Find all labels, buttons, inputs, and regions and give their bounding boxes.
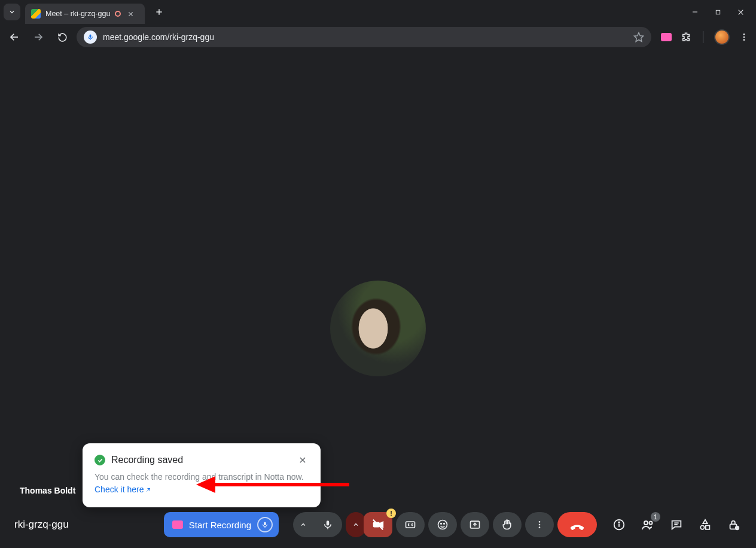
svg-point-14	[743, 36, 745, 38]
svg-point-40	[650, 522, 653, 525]
bookmark-star-button[interactable]	[633, 32, 644, 42]
hangup-icon	[569, 516, 586, 533]
nav-back-button[interactable]	[5, 28, 24, 47]
address-bar[interactable]: meet.google.com/rki-grzq-ggu	[77, 27, 651, 47]
host-controls-button[interactable]	[726, 517, 742, 532]
arrow-right-icon	[33, 32, 44, 42]
close-icon	[127, 11, 134, 17]
emoji-icon	[437, 519, 449, 531]
chat-panel-button[interactable]	[669, 517, 684, 532]
svg-rect-5	[716, 10, 720, 14]
meet-viewport: Thomas Boldt Recording saved You can che…	[0, 50, 756, 548]
tab-title: Meet – rki-grzq-ggu	[45, 10, 110, 18]
browser-titlebar: Meet – rki-grzq-ggu	[0, 0, 756, 24]
notta-extension-icon[interactable]	[661, 33, 672, 41]
browser-toolbar: meet.google.com/rki-grzq-ggu	[0, 24, 756, 50]
svg-marker-43	[703, 520, 707, 523]
chevron-up-icon	[352, 521, 359, 528]
star-icon	[633, 32, 644, 42]
chevron-down-icon	[8, 8, 16, 16]
reactions-button[interactable]	[428, 512, 457, 537]
toast-link[interactable]: Check it here	[94, 485, 152, 494]
video-options-button[interactable]	[346, 512, 366, 537]
svg-point-13	[743, 34, 745, 35]
new-tab-button[interactable]	[151, 4, 167, 20]
svg-point-39	[644, 521, 648, 525]
tab-close-button[interactable]	[126, 9, 135, 19]
window-close-button[interactable]	[736, 7, 745, 17]
svg-point-38	[618, 522, 620, 523]
participant-name-label: Thomas Boldt	[20, 486, 75, 495]
camera-alert-badge: !	[386, 509, 396, 518]
svg-marker-12	[635, 33, 644, 42]
microphone-control	[293, 512, 342, 537]
shapes-icon	[699, 518, 712, 531]
people-panel-button[interactable]: 1	[640, 517, 656, 532]
svg-point-48	[737, 527, 738, 528]
chevron-up-icon	[300, 521, 307, 528]
audio-options-button[interactable]	[293, 512, 313, 537]
microphone-icon	[87, 34, 94, 41]
activities-button[interactable]	[697, 517, 713, 532]
meeting-details-button[interactable]	[611, 517, 627, 532]
minimize-icon	[691, 8, 699, 16]
external-link-icon	[145, 486, 152, 494]
present-screen-button[interactable]	[461, 512, 489, 537]
browser-menu-button[interactable]	[738, 31, 750, 43]
meet-side-panel-icons: 1	[611, 517, 742, 532]
svg-point-44	[700, 525, 704, 529]
toast-close-button[interactable]	[297, 454, 309, 466]
participant-avatar	[330, 281, 426, 376]
lock-person-icon	[727, 518, 740, 531]
close-icon	[298, 456, 307, 464]
success-check-icon	[94, 455, 105, 465]
toggle-camera-button[interactable]: !	[364, 512, 392, 537]
more-options-button[interactable]	[525, 512, 554, 537]
meet-bottom-bar: rki-grzq-ggu Start Recording !	[0, 501, 756, 548]
close-icon	[737, 8, 745, 16]
camera-control	[346, 512, 366, 537]
mute-mic-button[interactable]	[313, 512, 342, 537]
window-maximize-button[interactable]	[713, 7, 723, 17]
svg-rect-45	[706, 525, 709, 529]
nav-reload-button[interactable]	[53, 28, 72, 47]
present-icon	[469, 519, 481, 531]
start-recording-label: Start Recording	[189, 520, 251, 530]
start-recording-button[interactable]: Start Recording	[164, 512, 279, 537]
leave-call-button[interactable]	[557, 512, 597, 537]
svg-point-34	[539, 524, 541, 526]
window-minimize-button[interactable]	[690, 7, 700, 17]
nav-forward-button[interactable]	[29, 28, 48, 47]
kebab-icon	[739, 32, 749, 42]
toast-body: You can check the recording and transcri…	[94, 471, 309, 495]
plus-icon	[155, 8, 163, 16]
raise-hand-button[interactable]	[493, 512, 522, 537]
svg-point-28	[438, 520, 447, 529]
call-controls: !	[293, 512, 597, 537]
chat-icon	[670, 518, 683, 531]
puzzle-icon	[681, 32, 691, 42]
captions-button[interactable]	[396, 512, 425, 537]
recording-indicator-icon	[115, 11, 121, 17]
arrow-left-icon	[9, 32, 20, 42]
toolbar-divider	[703, 31, 703, 43]
profile-avatar-button[interactable]	[714, 29, 730, 45]
svg-point-35	[539, 526, 541, 528]
browser-tab[interactable]: Meet – rki-grzq-ggu	[25, 4, 145, 24]
svg-point-29	[441, 523, 442, 525]
window-controls	[690, 7, 752, 17]
svg-rect-10	[90, 35, 92, 38]
recording-saved-toast: Recording saved You can check the record…	[83, 443, 321, 507]
kebab-icon	[535, 520, 544, 529]
toolbar-extensions	[661, 29, 750, 45]
extensions-button[interactable]	[680, 31, 692, 43]
svg-rect-22	[327, 520, 330, 525]
hand-icon	[501, 519, 513, 531]
meet-favicon-icon	[31, 9, 41, 19]
site-permission-icon[interactable]	[84, 31, 97, 44]
microphone-icon	[322, 519, 333, 530]
toast-title: Recording saved	[111, 455, 183, 465]
people-count-badge: 1	[651, 512, 660, 522]
tab-search-button[interactable]	[4, 4, 20, 20]
recording-mic-icon	[257, 517, 273, 532]
